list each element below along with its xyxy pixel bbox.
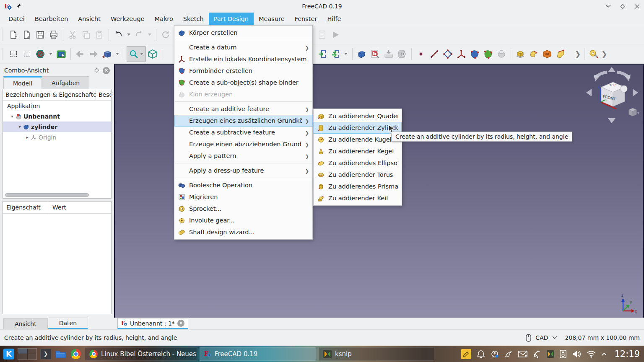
more-measure-button[interactable]: ❯ [600, 46, 608, 62]
import-button[interactable] [382, 46, 395, 62]
loft-button[interactable] [554, 46, 567, 62]
macro-execute-button[interactable] [329, 27, 342, 43]
select-mode-button[interactable] [55, 46, 68, 62]
taskbar-task-browser[interactable]: Linux Bibel Österreich - Neues The... [85, 347, 197, 361]
menu-item-abzuziehender-grundkoerper[interactable]: Erzeuge einen abzuziehenden Grundkörper [174, 138, 312, 150]
maximize-button[interactable] [620, 3, 626, 9]
virtual-desktop-pager[interactable] [18, 348, 37, 360]
zoom-button[interactable] [127, 46, 146, 62]
pad-button[interactable] [514, 46, 527, 62]
menu-item-involute-gear[interactable]: Involute gear... [174, 215, 312, 226]
menu-item-subobject-binder[interactable]: Create a sub-object(s) shape binder [174, 77, 312, 88]
menu-item-additive-cone[interactable]: Zu addierender Kegel [314, 145, 402, 157]
float-panel-icon[interactable] [94, 68, 99, 72]
wifi-icon[interactable] [587, 350, 596, 358]
export-dropdown[interactable] [342, 46, 350, 62]
close-panel-icon[interactable]: ✕ [103, 67, 110, 74]
nav-style-selector[interactable]: CAD [535, 334, 548, 341]
menu-part-design[interactable]: Part Design [209, 13, 254, 25]
menu-item-migrieren[interactable]: Migrieren [174, 191, 312, 203]
menu-item-create-subtractive-feature[interactable]: Create a subtractive feature [174, 127, 312, 138]
menu-item-create-datum[interactable]: Create a datum [174, 41, 312, 53]
menu-datei[interactable]: Datei [3, 13, 30, 25]
toolbar-grip[interactable] [3, 48, 4, 60]
menu-item-additive-sphere[interactable]: Zu addierende Kugel [314, 134, 402, 145]
shape-binder-button[interactable] [468, 46, 481, 62]
new-document-button[interactable] [7, 27, 20, 43]
close-button[interactable] [634, 3, 640, 9]
taskbar-task-freecad[interactable]: F FreeCAD 0.19 [200, 347, 316, 361]
rotate-down-icon[interactable] [608, 118, 615, 123]
box-selection-button[interactable] [7, 46, 20, 62]
stop-operation-button[interactable] [34, 46, 47, 62]
isometric-view-button[interactable] [146, 46, 159, 62]
clock[interactable]: 12:19 [614, 349, 640, 359]
value-column-header[interactable]: Wert [48, 204, 111, 211]
sub-shape-binder-button[interactable] [481, 46, 495, 62]
menu-sketch[interactable]: Sketch [178, 13, 209, 25]
tab-ansicht[interactable]: Ansicht [3, 318, 48, 329]
menu-item-lokales-koordinatensystem[interactable]: Erstelle ein lokales Koordinatensystem [174, 53, 312, 65]
menu-item-shaft-wizard[interactable]: Shaft design wizard... [174, 226, 312, 238]
copy-button[interactable] [79, 27, 93, 43]
menu-item-formbinder[interactable]: Formbinder erstellen [174, 65, 312, 77]
save-button[interactable] [34, 27, 47, 43]
app-launcher-button[interactable]: K [3, 348, 15, 360]
browser-launcher[interactable] [70, 348, 82, 360]
create-line-button[interactable] [428, 46, 441, 62]
tree-column-header[interactable]: Besch [96, 91, 111, 98]
tree-item-unbenannt[interactable]: ▾ Unbenannt [3, 111, 111, 122]
media-device-icon[interactable] [560, 350, 566, 358]
expand-tray-icon[interactable] [601, 352, 607, 356]
pocket-button[interactable] [540, 46, 554, 62]
menu-item-apply-pattern[interactable]: Apply a pattern [174, 150, 312, 162]
stop-dropdown[interactable] [47, 46, 55, 62]
menu-item-apply-dressup[interactable]: Apply a dress-up feature [174, 165, 312, 176]
close-document-icon[interactable]: ✕ [177, 320, 184, 327]
open-document-button[interactable] [20, 27, 34, 43]
expander-closed-icon[interactable]: ▸ [24, 135, 31, 140]
menu-item-koerper-erstellen[interactable]: Körper erstellen [174, 27, 312, 39]
menu-item-additive-prism[interactable]: Zu addierendes Prisma [314, 181, 402, 192]
property-column-header[interactable]: Eigenschaft [3, 202, 48, 213]
cut-button[interactable] [66, 27, 79, 43]
network-feed-icon[interactable] [533, 350, 541, 358]
create-body-button[interactable] [355, 46, 369, 62]
navigation-cube[interactable]: TOP FRONT z [585, 67, 639, 124]
input-gestures-icon[interactable] [504, 350, 513, 358]
expander-open-icon[interactable]: ▾ [9, 114, 16, 119]
tree-item-zylinder[interactable]: ▾ zylinder [3, 122, 111, 132]
clone-view-button[interactable] [395, 46, 409, 62]
volume-icon[interactable] [572, 350, 581, 358]
export-selection-button[interactable] [315, 46, 329, 62]
menu-item-additive-ellipsoid[interactable]: Zu addierendes Ellipsoid [314, 157, 402, 169]
taskbar-task-ksnip[interactable]: ksnip [319, 347, 434, 361]
refresh-button[interactable] [159, 27, 172, 43]
menu-item-additive-torus[interactable]: Zu addierender Torus [314, 169, 402, 181]
updates-icon[interactable] [491, 350, 499, 358]
menu-item-klon-erzeugen[interactable]: Klon erzeugen [174, 88, 312, 100]
undo-button[interactable] [112, 27, 125, 43]
notifications-bell-icon[interactable] [477, 350, 485, 358]
create-rhombus-button[interactable] [441, 46, 454, 62]
tree-item-applikation[interactable]: Applikation [3, 101, 111, 111]
navigate-forward-button[interactable] [87, 46, 100, 62]
revolution-button[interactable] [527, 46, 540, 62]
menu-bearbeiten[interactable]: Bearbeiten [30, 13, 73, 25]
horizontal-scrollbar[interactable] [5, 193, 89, 197]
export-all-button[interactable] [329, 46, 342, 62]
macro-edit-button[interactable] [315, 27, 329, 43]
menu-measure[interactable]: Measure [254, 13, 290, 25]
tree-column-header[interactable]: Bezeichnungen & Eigenschaften [3, 89, 96, 100]
ksnip-tray-icon[interactable] [547, 350, 554, 358]
rotate-up-icon[interactable] [608, 67, 615, 72]
tree-item-origin[interactable]: ▸ Origin [3, 132, 111, 142]
more-tools-button[interactable]: ❯ [574, 46, 582, 62]
measure-tape-button[interactable] [587, 46, 600, 62]
menu-ansicht[interactable]: Ansicht [73, 13, 106, 25]
menu-item-boolesche-operation[interactable]: Boolesche Operation [174, 179, 312, 191]
create-point-button[interactable] [414, 46, 428, 62]
clone-button[interactable] [495, 46, 508, 62]
edit-sketch-button[interactable] [369, 46, 382, 62]
menu-item-zusaetzlicher-grundkoerper[interactable]: Erzeugen eines zusätzlichen Grundkörpers [174, 115, 312, 127]
